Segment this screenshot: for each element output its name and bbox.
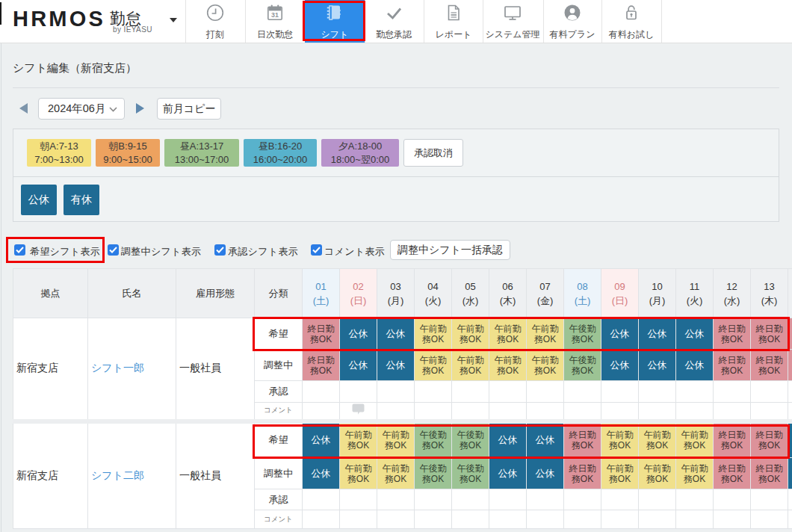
svg-text:31: 31	[271, 11, 279, 19]
